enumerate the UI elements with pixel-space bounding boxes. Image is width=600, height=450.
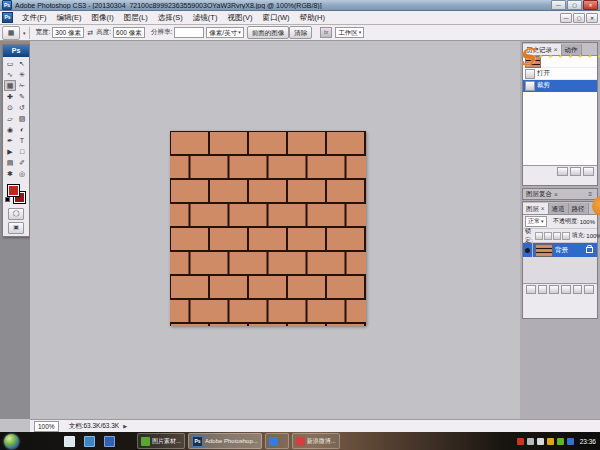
workspace-button[interactable]: 工作区 ▾ (335, 27, 364, 38)
history-snapshot-row[interactable] (523, 56, 597, 68)
layer-row[interactable]: 背景 (523, 243, 597, 257)
default-colors-icon[interactable] (5, 197, 10, 202)
fill-value[interactable]: 100% (586, 233, 600, 239)
panel-tab[interactable]: 通道 (549, 203, 569, 214)
menu-item[interactable]: 窗口(W) (257, 11, 294, 24)
delete-layer-button[interactable] (584, 285, 594, 294)
taskbar-task-button[interactable]: 图片素材... (137, 433, 185, 449)
new-layer-button[interactable] (573, 285, 583, 294)
opacity-value[interactable]: 100% (580, 219, 595, 225)
menu-item[interactable]: 选择(S) (153, 11, 188, 24)
crop-tool[interactable]: ▦ (4, 80, 16, 91)
zoom-tool[interactable]: ◎ (16, 168, 28, 179)
tray-network-icon[interactable] (527, 438, 534, 445)
menu-item[interactable]: 图像(I) (87, 11, 119, 24)
tool-preset-arrow-icon[interactable]: ▾ (23, 30, 26, 36)
clone-stamp-tool[interactable]: ⊙ (4, 102, 16, 113)
lock-pixels-icon[interactable] (544, 232, 552, 240)
menu-item[interactable]: 文件(F) (17, 11, 52, 24)
tray-volume-icon[interactable] (537, 438, 544, 445)
panel-tab[interactable]: 历史记录 (523, 44, 562, 55)
history-state-row[interactable]: 裁剪 (523, 80, 597, 92)
new-document-from-state-button[interactable] (557, 167, 568, 176)
quick-launch-browser[interactable] (104, 436, 115, 447)
taskbar-task-button[interactable] (265, 433, 289, 449)
tray-security-icon[interactable] (517, 438, 524, 445)
menu-item[interactable]: 编辑(E) (52, 11, 87, 24)
go-to-bridge-icon[interactable]: br (320, 27, 332, 38)
quick-selection-tool[interactable]: ✳ (16, 69, 28, 80)
crop-height-input[interactable]: 600 像素 (113, 27, 145, 38)
new-snapshot-button[interactable] (570, 167, 581, 176)
slice-tool[interactable]: ✁ (16, 80, 28, 91)
move-tool[interactable]: ↖ (16, 58, 28, 69)
panel-tab[interactable]: 路径 (569, 203, 589, 214)
taskbar-task-button[interactable]: 新浪微博... (292, 433, 340, 449)
tool-preset-picker[interactable]: ▦ (2, 26, 20, 40)
quick-mask-button[interactable]: ◯ (8, 208, 24, 220)
delete-state-button[interactable] (583, 167, 594, 176)
document-icon: Ps (2, 12, 13, 23)
zoom-level-input[interactable]: 100% (34, 421, 59, 432)
blend-mode-dropdown[interactable]: 正常 ▾ (525, 216, 547, 227)
link-layers-button[interactable] (526, 285, 536, 294)
doc-minimize-button[interactable]: — (560, 13, 572, 23)
menu-item[interactable]: 帮助(H) (295, 11, 330, 24)
doc-close-button[interactable]: ✕ (586, 13, 598, 23)
rectangular-marquee-tool[interactable]: ▭ (4, 58, 16, 69)
lock-all-icon[interactable] (562, 232, 570, 240)
eraser-tool[interactable]: ▱ (4, 113, 16, 124)
maximize-button[interactable]: ▢ (567, 0, 582, 10)
healing-brush-tool[interactable]: ✚ (4, 91, 16, 102)
taskbar-clock[interactable]: 23:36 (580, 438, 596, 445)
tray-messenger-icon[interactable] (567, 438, 574, 445)
eyedropper-tool[interactable]: ✐ (16, 157, 28, 168)
close-button[interactable]: ✕ (583, 0, 598, 10)
menu-item[interactable]: 视图(V) (222, 11, 257, 24)
screen-mode-button[interactable]: ▣ (8, 222, 24, 234)
resolution-unit-dropdown[interactable]: 像素/英寸 ▾ (206, 27, 243, 38)
clear-button[interactable]: 清除 (289, 26, 312, 39)
crop-width-input[interactable]: 300 像素 (52, 27, 84, 38)
minimize-button[interactable]: — (551, 0, 566, 10)
lock-position-icon[interactable] (553, 232, 561, 240)
menu-item[interactable]: 图层(L) (119, 11, 153, 24)
panel-menu-icon[interactable]: ≡ (586, 189, 594, 200)
swap-dimensions-icon[interactable]: ⇄ (87, 29, 93, 37)
type-tool[interactable]: T (16, 135, 28, 146)
layer-style-button[interactable] (538, 285, 548, 294)
notes-tool[interactable]: ▤ (4, 157, 16, 168)
history-state-row[interactable]: 打开 (523, 68, 597, 80)
quick-launch-explorer[interactable] (64, 436, 75, 447)
hand-tool[interactable]: ✱ (4, 168, 16, 179)
panel-tab[interactable]: 动作 (562, 44, 582, 55)
start-button[interactable] (4, 434, 19, 449)
tray-antivirus-icon[interactable] (557, 438, 564, 445)
menu-item[interactable]: 滤镜(T) (188, 11, 223, 24)
lasso-tool[interactable]: ∿ (4, 69, 16, 80)
status-menu-arrow-icon[interactable]: ▶ (123, 423, 127, 429)
canvas-area[interactable] (30, 41, 520, 419)
document-image[interactable] (170, 131, 366, 326)
dodge-tool[interactable]: ◐ (16, 124, 28, 135)
add-layer-mask-button[interactable] (549, 285, 559, 294)
path-selection-tool[interactable]: ▶ (4, 146, 16, 157)
resolution-input[interactable] (174, 27, 204, 38)
history-brush-tool[interactable]: ↺ (16, 102, 28, 113)
blur-tool[interactable]: ◉ (4, 124, 16, 135)
lock-transparency-icon[interactable] (535, 232, 543, 240)
quick-launch-media[interactable] (84, 436, 95, 447)
gradient-tool[interactable]: ▨ (16, 113, 28, 124)
brush-tool[interactable]: ✎ (16, 91, 28, 102)
tab-close-icon[interactable]: × (554, 191, 558, 198)
tray-update-icon[interactable] (547, 438, 554, 445)
shape-tool[interactable]: □ (16, 146, 28, 157)
pen-tool[interactable]: ✒ (4, 135, 16, 146)
taskbar-task-button[interactable]: Ps Adobe Photoshop... (188, 433, 262, 449)
layer-comps-bar[interactable]: 图层复合 × ≡ (522, 188, 598, 200)
front-image-button[interactable]: 前面的图像 (247, 26, 290, 39)
doc-restore-button[interactable]: ▢ (573, 13, 585, 23)
new-group-button[interactable] (561, 285, 571, 294)
panel-tab[interactable]: 图层 (523, 203, 549, 214)
foreground-color-swatch[interactable] (7, 184, 20, 197)
